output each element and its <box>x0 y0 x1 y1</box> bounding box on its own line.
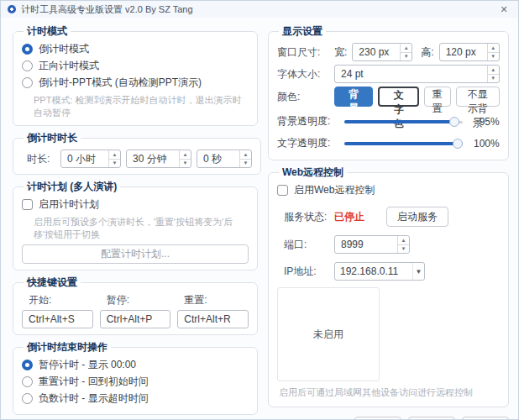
width-label: 宽: <box>334 45 347 60</box>
up-arrow-icon[interactable]: ▲ <box>401 44 412 53</box>
port-stepper[interactable]: 8999 ▲▼ <box>334 235 410 254</box>
down-arrow-icon[interactable]: ▼ <box>488 53 499 61</box>
enable-web-remote-checkbox[interactable]: 启用Web远程控制 <box>277 183 500 197</box>
seconds-stepper[interactable]: 0 秒 ▲▼ <box>197 150 252 168</box>
radio-pause-at-end[interactable]: 暂停计时 - 显示 00:00 <box>22 358 249 372</box>
web-remote-note: 启用后可通过局域网其他设备访问进行远程控制 <box>277 381 500 401</box>
minutes-stepper[interactable]: 30 分钟 ▲▼ <box>126 150 191 168</box>
stepper-arrows[interactable]: ▲▼ <box>400 44 412 60</box>
ip-address-value[interactable]: 192.168.0.11 <box>335 263 412 280</box>
height-value[interactable]: 120 px <box>440 44 487 60</box>
hotkey-pause-input[interactable] <box>100 310 171 328</box>
cancel-button[interactable]: 取消 <box>462 417 509 420</box>
seconds-value[interactable]: 0 秒 <box>197 150 239 167</box>
group-title-hotkeys: 快捷键设置 <box>24 276 81 290</box>
text-opacity-slider[interactable] <box>344 138 463 150</box>
stepper-arrows[interactable]: ▲▼ <box>239 150 251 167</box>
hours-value[interactable]: 0 小时 <box>61 150 108 167</box>
color-reset-button[interactable]: 重置 <box>424 87 451 107</box>
radio-ppt-mode[interactable]: 倒计时-PPT模式 (自动检测PPT演示) <box>22 76 249 90</box>
radio-icon[interactable] <box>22 44 33 55</box>
hotkey-reset-input[interactable] <box>177 310 249 328</box>
stepper-arrows[interactable]: ▲▼ <box>487 66 499 82</box>
checkbox-icon[interactable] <box>277 185 288 196</box>
color-label: 颜色: <box>277 90 329 104</box>
ip-address-dropdown[interactable]: 192.168.0.11 ▼ <box>334 262 425 281</box>
group-title-web-remote: Web远程控制 <box>279 165 347 180</box>
text-opacity-value: 100% <box>469 138 500 150</box>
port-value[interactable]: 8999 <box>335 236 397 253</box>
radio-icon[interactable] <box>22 376 33 387</box>
checkbox-icon[interactable] <box>22 199 33 210</box>
minutes-value[interactable]: 30 分钟 <box>127 150 179 167</box>
slider-fill <box>344 142 463 145</box>
radio-label: 正向计时模式 <box>39 59 99 73</box>
up-arrow-icon[interactable]: ▲ <box>488 66 499 75</box>
radio-countdown-mode[interactable]: 倒计时模式 <box>22 42 249 56</box>
group-title-duration: 倒计时时长 <box>24 131 81 145</box>
ip-address-label: IP地址: <box>277 265 329 279</box>
radio-label: 倒计时模式 <box>39 42 89 56</box>
bg-opacity-label: 背景透明度: <box>277 114 338 129</box>
radio-label: 负数计时 - 显示超时时间 <box>39 391 149 406</box>
down-arrow-icon[interactable]: ▼ <box>180 160 191 168</box>
enable-plan-checkbox[interactable]: 启用计时计划 <box>22 197 249 212</box>
checkbox-label: 启用Web远程控制 <box>294 183 375 197</box>
radio-reset-at-end[interactable]: 重置计时 - 回到初始时间 <box>22 375 249 389</box>
up-arrow-icon[interactable]: ▲ <box>488 44 499 53</box>
close-icon[interactable]: ✕ <box>496 4 511 15</box>
down-arrow-icon[interactable]: ▼ <box>398 245 409 254</box>
down-arrow-icon[interactable]: ▼ <box>240 160 251 168</box>
text-opacity-label: 文字透明度: <box>277 136 338 150</box>
width-value[interactable]: 230 px <box>353 44 400 60</box>
start-service-button[interactable]: 启动服务 <box>386 207 448 227</box>
stepper-arrows[interactable]: ▲▼ <box>179 150 191 167</box>
up-arrow-icon[interactable]: ▲ <box>240 150 251 160</box>
slider-handle[interactable] <box>449 117 459 127</box>
no-background-button[interactable]: 不显示背景 <box>456 87 500 107</box>
radio-icon[interactable] <box>22 360 33 370</box>
up-arrow-icon[interactable]: ▲ <box>180 150 191 160</box>
stepper-arrows[interactable]: ▲▼ <box>397 236 409 253</box>
background-color-button[interactable]: 背景色 <box>334 87 373 107</box>
save-button[interactable]: 保存 <box>354 417 401 420</box>
radio-icon[interactable] <box>22 393 33 404</box>
slider-fill <box>344 120 454 123</box>
radio-forward-mode[interactable]: 正向计时模式 <box>22 59 249 73</box>
font-size-value[interactable]: 24 pt <box>335 66 487 82</box>
group-timing-mode: 计时模式 倒计时模式 正向计时模式 倒计时-PPT模式 (自动检测PPT演示) … <box>13 24 258 126</box>
group-display-settings: 显示设置 窗口尺寸: 宽: 230 px ▲▼ 高: 120 px ▲▼ 字体大… <box>268 24 509 160</box>
dropdown-arrow-icon[interactable]: ▼ <box>412 263 424 280</box>
left-column: 计时模式 倒计时模式 正向计时模式 倒计时-PPT模式 (自动检测PPT演示) … <box>13 24 258 412</box>
group-web-remote: Web远程控制 启用Web远程控制 服务状态: 已停止 启动服务 端口: 899… <box>268 165 509 407</box>
slider-handle[interactable] <box>453 139 463 149</box>
down-arrow-icon[interactable]: ▼ <box>401 53 412 61</box>
duration-label: 时长: <box>22 152 55 166</box>
radio-label: 重置计时 - 回到初始时间 <box>39 375 149 389</box>
stepper-arrows[interactable]: ▲▼ <box>108 150 120 167</box>
group-duration: 倒计时时长 时长: 0 小时 ▲▼ 30 分钟 ▲▼ 0 秒 ▲▼ <box>13 131 261 175</box>
window-height-stepper[interactable]: 120 px ▲▼ <box>439 43 500 61</box>
hotkey-start-input[interactable] <box>22 310 93 328</box>
text-color-button[interactable]: 文字色 <box>378 87 418 107</box>
bg-opacity-slider[interactable] <box>344 116 463 128</box>
bg-opacity-value: 95% <box>469 116 500 128</box>
up-arrow-icon[interactable]: ▲ <box>398 236 409 245</box>
ppt-mode-note: PPT模式: 检测到演示开始时自动计时，退出演示时自动暂停 <box>22 92 249 119</box>
window-width-stepper[interactable]: 230 px ▲▼ <box>352 43 412 61</box>
configure-plan-button[interactable]: 配置计时计划... <box>22 244 249 264</box>
service-status-label: 服务状态: <box>277 210 329 224</box>
hotkey-reset-label: 重置: <box>177 291 249 310</box>
radio-icon[interactable] <box>22 77 33 88</box>
down-arrow-icon[interactable]: ▼ <box>488 75 499 83</box>
qr-placeholder-text: 未启用 <box>313 328 343 342</box>
radio-negative-at-end[interactable]: 负数计时 - 显示超时时间 <box>22 391 249 406</box>
up-arrow-icon[interactable]: ▲ <box>109 150 120 160</box>
ok-button[interactable]: 确定 <box>408 417 455 420</box>
radio-icon[interactable] <box>22 60 33 71</box>
stepper-arrows[interactable]: ▲▼ <box>487 44 499 60</box>
font-size-stepper[interactable]: 24 pt ▲▼ <box>334 65 500 83</box>
window-title: 计时工具高级专业版设置 v2.0 By SZ Tang <box>21 3 193 16</box>
down-arrow-icon[interactable]: ▼ <box>109 160 120 168</box>
hours-stepper[interactable]: 0 小时 ▲▼ <box>60 150 121 168</box>
